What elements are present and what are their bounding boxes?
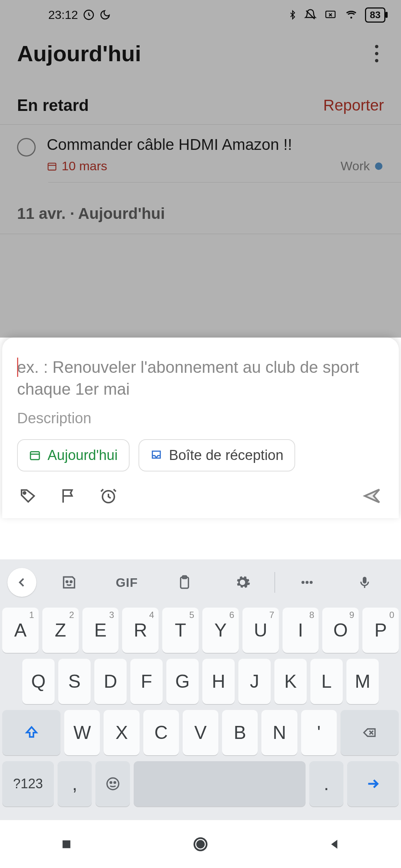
key-t[interactable]: T5 <box>162 608 199 653</box>
svg-point-4 <box>23 492 26 494</box>
key-o[interactable]: O9 <box>322 608 359 653</box>
key-v[interactable]: V <box>183 710 218 755</box>
key-u[interactable]: U7 <box>242 608 279 653</box>
soft-keyboard: GIF A1Z2E3R4T5Y6U7I8O9P0 QSDFGHJKLM <box>0 559 401 820</box>
period-key[interactable]: . <box>309 761 344 806</box>
svg-point-7 <box>70 581 72 582</box>
text-cursor <box>17 358 18 377</box>
tag-icon <box>19 487 37 505</box>
svg-rect-13 <box>363 577 366 583</box>
chevron-left-icon <box>16 576 28 589</box>
microphone-icon <box>357 575 372 590</box>
shift-icon <box>24 725 39 740</box>
page-title: Aujourd'hui <box>17 41 141 66</box>
due-date-chip[interactable]: Aujourd'hui <box>17 439 130 471</box>
nav-home-button[interactable] <box>192 836 209 852</box>
priority-button[interactable] <box>59 487 77 505</box>
key-apostrophe[interactable]: ' <box>301 710 337 755</box>
key-n[interactable]: N <box>261 710 297 755</box>
alarm-icon <box>100 487 117 505</box>
voice-input-button[interactable] <box>336 575 394 590</box>
key-b[interactable]: B <box>222 710 258 755</box>
enter-key[interactable] <box>347 761 399 806</box>
nav-recent-button[interactable] <box>60 838 73 851</box>
key-e[interactable]: E3 <box>82 608 119 653</box>
battery-indicator: 83 <box>365 7 385 23</box>
key-g[interactable]: G <box>166 659 199 704</box>
key-p[interactable]: P0 <box>362 608 399 653</box>
key-w[interactable]: W <box>64 710 100 755</box>
emoji-icon <box>105 776 121 792</box>
task-row[interactable]: Commander câble HDMI Amazon !! 10 mars W… <box>0 125 401 182</box>
key-h[interactable]: H <box>202 659 235 704</box>
status-bar: 23:12 83 <box>0 0 401 30</box>
svg-point-14 <box>107 778 119 790</box>
separator <box>274 572 275 593</box>
key-l[interactable]: L <box>310 659 343 704</box>
task-name-input[interactable] <box>17 356 384 400</box>
arrow-right-icon <box>364 776 382 791</box>
emoji-key[interactable] <box>95 761 130 806</box>
square-icon <box>60 838 73 851</box>
svg-point-10 <box>301 581 304 584</box>
status-time: 23:12 <box>48 8 78 22</box>
inbox-icon <box>150 449 162 461</box>
task-title: Commander câble HDMI Amazon !! <box>47 136 384 154</box>
reschedule-button[interactable]: Reporter <box>323 96 384 114</box>
nav-back-button[interactable] <box>328 838 341 851</box>
reminder-button[interactable] <box>100 487 117 505</box>
key-d[interactable]: D <box>94 659 127 704</box>
submit-task-button[interactable] <box>362 486 382 506</box>
key-r[interactable]: R4 <box>122 608 159 653</box>
key-i[interactable]: I8 <box>283 608 319 653</box>
key-q[interactable]: Q <box>22 659 55 704</box>
gif-button[interactable]: GIF <box>98 575 156 590</box>
keyboard-collapse-button[interactable] <box>7 568 36 597</box>
sticker-button[interactable] <box>40 574 98 591</box>
space-key[interactable] <box>134 761 306 806</box>
key-j[interactable]: J <box>238 659 271 704</box>
key-s[interactable]: S <box>58 659 91 704</box>
shift-key[interactable] <box>2 710 61 755</box>
moon-icon <box>100 9 111 20</box>
screen-cast-icon <box>323 9 338 20</box>
backspace-key[interactable] <box>340 710 399 755</box>
key-c[interactable]: C <box>143 710 179 755</box>
key-y[interactable]: Y6 <box>202 608 239 653</box>
key-f[interactable]: F <box>130 659 163 704</box>
task-checkbox[interactable] <box>17 138 36 157</box>
gear-icon <box>234 574 251 591</box>
label-button[interactable] <box>19 487 37 505</box>
svg-rect-17 <box>62 840 70 848</box>
flag-icon <box>59 487 77 505</box>
system-nav-bar <box>0 820 401 868</box>
svg-rect-3 <box>30 452 39 460</box>
calendar-icon <box>47 161 57 171</box>
svg-point-11 <box>305 581 308 584</box>
svg-rect-2 <box>48 163 56 170</box>
svg-point-15 <box>110 782 111 783</box>
key-a[interactable]: A1 <box>2 608 39 653</box>
svg-point-19 <box>197 841 204 847</box>
backspace-icon <box>361 725 378 740</box>
send-icon <box>362 486 382 506</box>
today-date-heading: 11 avr. · Aujourd'hui <box>0 183 401 234</box>
circle-icon <box>192 836 209 852</box>
comma-key[interactable]: , <box>58 761 92 806</box>
clipboard-button[interactable] <box>156 575 213 590</box>
svg-point-12 <box>309 581 312 584</box>
sticker-icon <box>61 574 77 591</box>
key-k[interactable]: K <box>274 659 307 704</box>
key-z[interactable]: Z2 <box>42 608 79 653</box>
triangle-left-icon <box>328 838 341 851</box>
more-menu-button[interactable] <box>369 43 384 65</box>
key-m[interactable]: M <box>346 659 379 704</box>
numbers-key[interactable]: ?123 <box>2 761 54 806</box>
wifi-icon <box>344 9 358 20</box>
keyboard-more-button[interactable] <box>278 574 336 591</box>
more-horizontal-icon <box>299 574 315 591</box>
task-description-input[interactable] <box>17 410 384 427</box>
project-chip[interactable]: Boîte de réception <box>138 439 295 471</box>
key-x[interactable]: X <box>104 710 139 755</box>
keyboard-settings-button[interactable] <box>213 574 271 591</box>
